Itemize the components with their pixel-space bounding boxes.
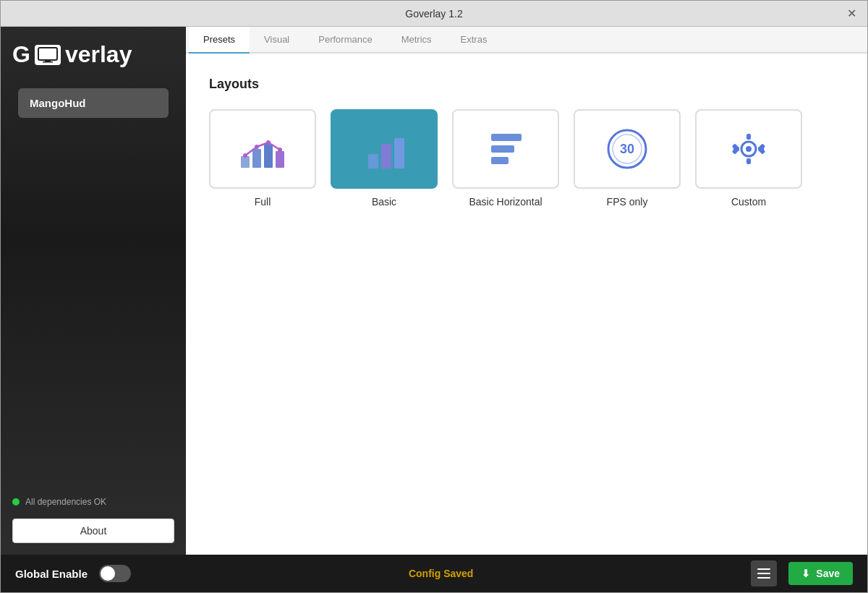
- menu-line-3: [757, 577, 770, 579]
- tab-metrics[interactable]: Metrics: [387, 27, 446, 54]
- about-button[interactable]: About: [12, 519, 174, 543]
- layout-fps-only[interactable]: 30 FPS only: [574, 109, 681, 208]
- svg-rect-5: [264, 144, 273, 168]
- tab-presets[interactable]: Presets: [189, 27, 250, 54]
- layout-card-full[interactable]: [209, 109, 316, 189]
- layouts-row: Full Basic: [209, 109, 844, 208]
- logo-text-verlay: verlay: [65, 41, 132, 68]
- mangohud-profile[interactable]: MangoHud: [18, 88, 169, 118]
- svg-rect-3: [241, 156, 250, 168]
- svg-rect-13: [394, 138, 404, 168]
- dependencies-row: All dependencies OK: [1, 491, 186, 513]
- svg-rect-12: [381, 144, 391, 168]
- menu-button[interactable]: [751, 560, 777, 586]
- svg-rect-22: [746, 134, 751, 140]
- logo: G verlay: [12, 41, 132, 68]
- content-panel: Presets Visual Performance Metrics Extra…: [186, 27, 867, 555]
- layout-card-custom[interactable]: [695, 109, 802, 189]
- global-enable-toggle[interactable]: [99, 565, 131, 582]
- dep-text: All dependencies OK: [25, 497, 106, 507]
- fps-only-layout-icon: 30: [598, 124, 656, 174]
- tab-visual[interactable]: Visual: [250, 27, 304, 54]
- bottom-bar: Global Enable Config Saved ⬇ Save: [1, 555, 867, 592]
- app-window: Goverlay 1.2 ✕ G verlay: [0, 0, 868, 593]
- title-bar: Goverlay 1.2 ✕: [1, 1, 867, 27]
- logo-icon: [35, 45, 61, 65]
- layout-card-basic[interactable]: [331, 109, 438, 189]
- global-enable-label: Global Enable: [15, 568, 88, 580]
- dep-status-dot: [12, 498, 20, 505]
- svg-point-10: [278, 148, 282, 152]
- custom-layout-icon: [720, 124, 778, 174]
- window-title: Goverlay 1.2: [405, 8, 462, 20]
- svg-rect-16: [491, 157, 509, 164]
- svg-rect-4: [252, 149, 261, 168]
- toggle-knob: [101, 566, 115, 581]
- svg-rect-0: [38, 48, 57, 60]
- svg-text:30: 30: [620, 142, 634, 156]
- sidebar: G verlay MangoHud All dep: [1, 27, 186, 555]
- menu-line-1: [757, 568, 770, 570]
- full-layout-icon: [234, 124, 292, 174]
- layouts-title: Layouts: [209, 77, 844, 92]
- menu-line-2: [757, 573, 770, 574]
- layout-basic-horizontal[interactable]: Basic Horizontal: [452, 109, 559, 208]
- svg-point-21: [746, 146, 752, 152]
- svg-rect-11: [368, 154, 378, 168]
- layout-basic-horizontal-label: Basic Horizontal: [469, 196, 542, 208]
- logo-area: G verlay: [1, 27, 186, 82]
- close-button[interactable]: ✕: [843, 5, 860, 22]
- basic-horizontal-layout-icon: [477, 124, 535, 174]
- tab-performance[interactable]: Performance: [304, 27, 386, 54]
- svg-point-9: [266, 140, 271, 145]
- svg-point-7: [243, 153, 247, 158]
- config-saved-text: Config Saved: [142, 568, 739, 579]
- layout-basic[interactable]: Basic: [331, 109, 438, 208]
- monitor-icon: [38, 47, 58, 63]
- svg-point-8: [255, 145, 259, 149]
- content-body: Layouts: [186, 54, 867, 555]
- layout-full[interactable]: Full: [209, 109, 316, 208]
- save-label: Save: [816, 568, 840, 579]
- svg-rect-2: [43, 61, 53, 63]
- svg-rect-6: [276, 151, 284, 168]
- layout-basic-label: Basic: [372, 196, 396, 208]
- main-area: G verlay MangoHud All dep: [1, 27, 867, 555]
- logo-text-g: G: [12, 41, 30, 68]
- svg-rect-15: [491, 145, 514, 153]
- basic-layout-icon: [355, 124, 413, 174]
- layout-custom-label: Custom: [731, 196, 766, 208]
- layout-card-basic-horizontal[interactable]: [452, 109, 559, 189]
- tab-extras[interactable]: Extras: [446, 27, 502, 54]
- layout-fps-only-label: FPS only: [607, 196, 648, 208]
- save-icon: ⬇: [801, 568, 810, 579]
- layout-custom[interactable]: Custom: [695, 109, 802, 208]
- save-button[interactable]: ⬇ Save: [788, 562, 853, 585]
- tabs-bar: Presets Visual Performance Metrics Extra…: [186, 27, 867, 54]
- layout-full-label: Full: [255, 196, 271, 208]
- svg-rect-14: [491, 134, 522, 141]
- layout-card-fps-only[interactable]: 30: [574, 109, 681, 189]
- svg-rect-23: [746, 158, 751, 164]
